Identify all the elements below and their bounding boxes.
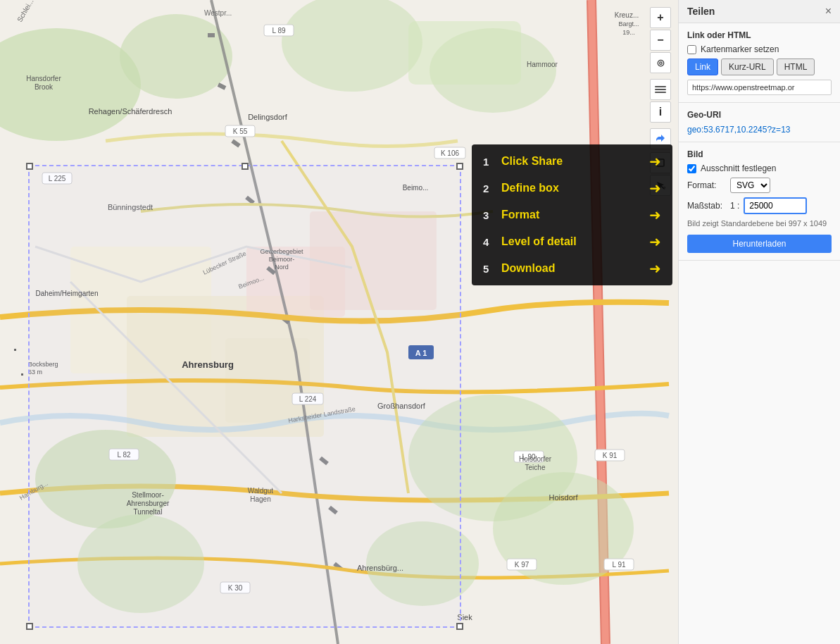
ann-text-3: Format <box>501 209 644 221</box>
svg-text:K 91: K 91 <box>603 452 618 459</box>
panel-header: Teilen × <box>679 0 840 23</box>
svg-rect-5 <box>408 21 521 85</box>
geo-uri-section: Geo-URI geo:53.6717,10.2245?z=13 <box>679 103 840 142</box>
kartenmarker-label: Kartenmarker setzen <box>701 44 779 54</box>
svg-text:Hansdorfer: Hansdorfer <box>26 75 61 82</box>
panel-title: Teilen <box>687 6 715 17</box>
svg-rect-10 <box>310 211 437 310</box>
svg-text:Großhansdorf: Großhansdorf <box>377 402 426 410</box>
svg-text:Daheim/Heimgarten: Daheim/Heimgarten <box>36 290 99 297</box>
annotation-item-2: 2 Define box ➜ <box>483 180 661 197</box>
ann-arrow-4: ➜ <box>649 233 661 250</box>
kurz-url-button[interactable]: Kurz-URL <box>721 58 774 75</box>
panel-close-button[interactable]: × <box>825 6 832 17</box>
svg-text:Bargt...: Bargt... <box>618 20 639 27</box>
svg-text:Siek: Siek <box>457 613 472 621</box>
ann-arrow-3: ➜ <box>649 206 661 223</box>
link-html-section: Link oder HTML Kartenmarker setzen Link … <box>679 23 840 103</box>
svg-text:Hoisdorf: Hoisdorf <box>549 493 579 502</box>
svg-text:L 224: L 224 <box>299 395 317 403</box>
svg-text:Westpr...: Westpr... <box>204 9 232 17</box>
svg-text:K 97: K 97 <box>515 561 529 569</box>
scale-row: Maßstab: 1 : <box>687 197 832 214</box>
svg-rect-88 <box>655 92 666 93</box>
info-button[interactable]: i <box>650 101 671 123</box>
ann-arrow-2: ➜ <box>649 180 661 197</box>
ausschnitt-row: Ausschnitt festlegen <box>687 163 832 173</box>
svg-text:Nord: Nord <box>275 264 289 271</box>
ausschnitt-label: Ausschnitt festlegen <box>701 163 776 173</box>
ann-num-4: 4 <box>483 236 496 248</box>
download-button[interactable]: Herunterladen <box>687 235 832 253</box>
link-type-buttons: Link Kurz-URL HTML <box>687 58 832 75</box>
format-select[interactable]: SVG PNG <box>730 178 770 193</box>
zoom-in-button[interactable]: + <box>650 7 671 28</box>
svg-text:Ahrensburger: Ahrensburger <box>127 500 170 507</box>
svg-text:63 m: 63 m <box>28 369 42 376</box>
svg-text:Hammoor: Hammoor <box>527 61 558 68</box>
svg-text:L 89: L 89 <box>272 27 286 35</box>
svg-text:Kreuz...: Kreuz... <box>615 11 639 19</box>
svg-text:Waldgut: Waldgut <box>248 487 274 495</box>
ann-text-5: Download <box>501 262 644 275</box>
svg-rect-87 <box>655 89 666 90</box>
annotation-overlay: 1 Click Share ➜ 2 Define box ➜ 3 Format … <box>472 144 672 285</box>
scale-label: Maßstab: <box>687 201 726 211</box>
ausschnitt-checkbox[interactable] <box>687 164 696 173</box>
ann-text-4: Level of detail <box>501 235 644 248</box>
ann-text-1: Click Share <box>501 155 644 168</box>
bild-info-text: Bild zeigt Standardebene bei 997 x 1049 <box>687 218 832 229</box>
ann-num-3: 3 <box>483 209 496 221</box>
annotation-item-5: 5 Download ➜ <box>483 260 661 277</box>
geo-uri-link[interactable]: geo:53.6717,10.2245?z=13 <box>687 125 790 135</box>
share-icon <box>656 134 665 144</box>
url-input[interactable] <box>687 80 832 95</box>
svg-text:Delingsdorf: Delingsdorf <box>248 113 288 121</box>
svg-text:K 55: K 55 <box>233 128 248 135</box>
ann-num-2: 2 <box>483 182 496 194</box>
svg-text:Gewerbegebiet: Gewerbegebiet <box>260 248 303 255</box>
svg-text:Beimoor-: Beimoor- <box>269 256 295 263</box>
format-row: Format: SVG PNG <box>687 178 832 193</box>
bild-title: Bild <box>687 149 832 159</box>
svg-text:K 106: K 106 <box>441 149 460 157</box>
ann-num-1: 1 <box>483 156 496 168</box>
map-area[interactable]: A 1 L 225 K 55 L 89 L 82 L 224 L 90 K 91… <box>0 0 678 644</box>
svg-text:Ahrensburg: Ahrensburg <box>182 359 234 370</box>
scale-separator: 1 : <box>730 201 739 211</box>
link-button[interactable]: Link <box>687 58 718 75</box>
map-background: A 1 L 225 K 55 L 89 L 82 L 224 L 90 K 91… <box>0 0 678 644</box>
svg-text:Brook: Brook <box>35 83 54 91</box>
svg-text:L 225: L 225 <box>49 175 66 182</box>
svg-text:Ahrensbürg...: Ahrensbürg... <box>357 564 403 572</box>
link-html-title: Link oder HTML <box>687 30 832 40</box>
svg-text:L 82: L 82 <box>117 451 131 459</box>
svg-point-2 <box>120 14 232 99</box>
annotation-item-3: 3 Format ➜ <box>483 206 661 223</box>
ann-text-2: Define box <box>501 182 644 194</box>
ann-arrow-5: ➜ <box>649 260 661 277</box>
svg-rect-83 <box>14 349 16 351</box>
annotation-item-1: 1 Click Share ➜ <box>483 153 661 170</box>
share-panel: Teilen × Link oder HTML Kartenmarker set… <box>678 0 840 644</box>
kartenmarker-row: Kartenmarker setzen <box>687 44 832 54</box>
scale-input[interactable] <box>744 197 807 214</box>
zoom-out-button[interactable]: − <box>650 30 671 51</box>
svg-text:Bocksberg: Bocksberg <box>28 361 58 368</box>
svg-text:Teiche: Teiche <box>525 464 546 471</box>
svg-text:19...: 19... <box>622 29 635 36</box>
annotation-item-4: 4 Level of detail ➜ <box>483 233 661 250</box>
svg-text:Bünningstedt: Bünningstedt <box>108 203 153 211</box>
bild-section: Bild Ausschnitt festlegen Format: SVG PN… <box>679 142 840 261</box>
layers-icon <box>655 84 666 95</box>
svg-rect-82 <box>21 373 23 376</box>
svg-text:Stellmoor-: Stellmoor- <box>132 491 164 499</box>
svg-text:Tunneltal: Tunneltal <box>134 508 163 516</box>
html-button[interactable]: HTML <box>777 58 815 75</box>
ann-arrow-1: ➜ <box>649 153 661 170</box>
layers-button[interactable] <box>650 79 671 100</box>
svg-text:Hagen: Hagen <box>250 495 270 503</box>
svg-text:Hoisdorfer: Hoisdorfer <box>519 455 552 463</box>
kartenmarker-checkbox[interactable] <box>687 45 696 54</box>
location-button[interactable]: ◎ <box>650 52 671 73</box>
